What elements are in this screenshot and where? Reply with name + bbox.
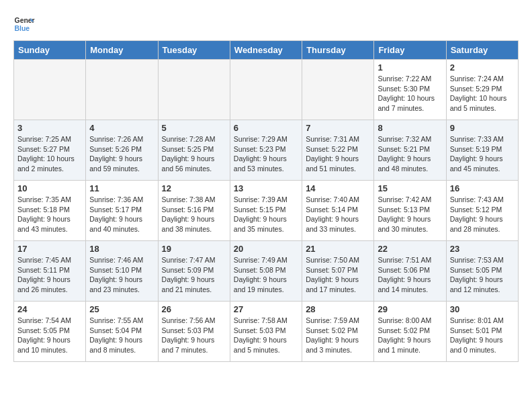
day-info: Sunrise: 7:50 AM Sunset: 5:07 PM Dayligh… xyxy=(306,255,370,295)
svg-text:Blue: Blue xyxy=(15,25,30,32)
day-number: 9 xyxy=(450,123,515,133)
day-number: 4 xyxy=(89,123,154,133)
weekday-header-thursday: Thursday xyxy=(302,41,374,60)
calendar-cell: 28Sunrise: 7:59 AM Sunset: 5:02 PM Dayli… xyxy=(302,302,374,362)
calendar-cell: 15Sunrise: 7:42 AM Sunset: 5:13 PM Dayli… xyxy=(374,181,446,241)
calendar-cell: 2Sunrise: 7:24 AM Sunset: 5:29 PM Daylig… xyxy=(446,60,518,120)
calendar-cell: 4Sunrise: 7:26 AM Sunset: 5:26 PM Daylig… xyxy=(86,120,158,181)
day-info: Sunrise: 7:58 AM Sunset: 5:03 PM Dayligh… xyxy=(234,316,298,355)
calendar-cell: 1Sunrise: 7:22 AM Sunset: 5:30 PM Daylig… xyxy=(374,60,446,120)
day-info: Sunrise: 7:32 AM Sunset: 5:21 PM Dayligh… xyxy=(378,134,442,174)
day-number: 7 xyxy=(306,123,370,133)
calendar-cell: 27Sunrise: 7:58 AM Sunset: 5:03 PM Dayli… xyxy=(230,302,302,362)
day-info: Sunrise: 7:53 AM Sunset: 5:05 PM Dayligh… xyxy=(450,255,515,295)
day-number: 3 xyxy=(17,123,82,133)
day-number: 29 xyxy=(378,304,442,314)
day-number: 2 xyxy=(450,62,515,73)
calendar-cell: 11Sunrise: 7:36 AM Sunset: 5:17 PM Dayli… xyxy=(86,181,158,241)
day-number: 13 xyxy=(234,183,298,193)
day-info: Sunrise: 7:55 AM Sunset: 5:04 PM Dayligh… xyxy=(89,316,154,355)
day-info: Sunrise: 7:40 AM Sunset: 5:14 PM Dayligh… xyxy=(306,195,370,234)
calendar-cell xyxy=(302,60,374,120)
weekday-header-row: SundayMondayTuesdayWednesdayThursdayFrid… xyxy=(14,41,519,60)
day-number: 26 xyxy=(162,304,226,314)
day-info: Sunrise: 7:22 AM Sunset: 5:30 PM Dayligh… xyxy=(378,74,442,113)
day-info: Sunrise: 7:56 AM Sunset: 5:03 PM Dayligh… xyxy=(162,316,226,355)
calendar-cell xyxy=(158,60,230,120)
day-number: 28 xyxy=(306,304,370,314)
day-number: 8 xyxy=(378,123,442,133)
day-number: 19 xyxy=(162,244,226,254)
day-number: 1 xyxy=(378,62,442,73)
calendar-cell: 19Sunrise: 7:47 AM Sunset: 5:09 PM Dayli… xyxy=(158,241,230,302)
weekday-header-tuesday: Tuesday xyxy=(158,41,230,60)
weekday-header-friday: Friday xyxy=(374,41,446,60)
header: General Blue xyxy=(13,13,519,35)
calendar-cell: 12Sunrise: 7:38 AM Sunset: 5:16 PM Dayli… xyxy=(158,181,230,241)
day-info: Sunrise: 7:24 AM Sunset: 5:29 PM Dayligh… xyxy=(450,74,515,113)
day-info: Sunrise: 7:33 AM Sunset: 5:19 PM Dayligh… xyxy=(450,134,515,174)
day-number: 12 xyxy=(162,183,226,193)
day-info: Sunrise: 7:45 AM Sunset: 5:11 PM Dayligh… xyxy=(17,255,82,295)
day-number: 17 xyxy=(17,244,82,254)
day-number: 24 xyxy=(17,304,82,314)
week-row-1: 1Sunrise: 7:22 AM Sunset: 5:30 PM Daylig… xyxy=(14,60,519,120)
calendar-cell: 3Sunrise: 7:25 AM Sunset: 5:27 PM Daylig… xyxy=(14,120,86,181)
day-number: 11 xyxy=(89,183,154,193)
day-number: 15 xyxy=(378,183,442,193)
day-info: Sunrise: 7:51 AM Sunset: 5:06 PM Dayligh… xyxy=(378,255,442,295)
day-info: Sunrise: 7:38 AM Sunset: 5:16 PM Dayligh… xyxy=(162,195,226,234)
day-info: Sunrise: 7:59 AM Sunset: 5:02 PM Dayligh… xyxy=(306,316,370,355)
weekday-header-saturday: Saturday xyxy=(446,41,518,60)
day-info: Sunrise: 7:31 AM Sunset: 5:22 PM Dayligh… xyxy=(306,134,370,174)
day-info: Sunrise: 7:39 AM Sunset: 5:15 PM Dayligh… xyxy=(234,195,298,234)
logo: General Blue xyxy=(13,13,35,35)
logo-icon: General Blue xyxy=(13,13,35,35)
calendar-cell: 14Sunrise: 7:40 AM Sunset: 5:14 PM Dayli… xyxy=(302,181,374,241)
day-number: 6 xyxy=(234,123,298,133)
weekday-header-sunday: Sunday xyxy=(14,41,86,60)
week-row-5: 24Sunrise: 7:54 AM Sunset: 5:05 PM Dayli… xyxy=(14,302,519,362)
calendar-table: SundayMondayTuesdayWednesdayThursdayFrid… xyxy=(13,40,519,362)
day-info: Sunrise: 7:35 AM Sunset: 5:18 PM Dayligh… xyxy=(17,195,82,234)
day-info: Sunrise: 7:47 AM Sunset: 5:09 PM Dayligh… xyxy=(162,255,226,295)
day-info: Sunrise: 7:43 AM Sunset: 5:12 PM Dayligh… xyxy=(450,195,515,234)
weekday-header-wednesday: Wednesday xyxy=(230,41,302,60)
calendar-cell: 10Sunrise: 7:35 AM Sunset: 5:18 PM Dayli… xyxy=(14,181,86,241)
calendar-cell xyxy=(86,60,158,120)
calendar-cell: 18Sunrise: 7:46 AM Sunset: 5:10 PM Dayli… xyxy=(86,241,158,302)
calendar-cell: 20Sunrise: 7:49 AM Sunset: 5:08 PM Dayli… xyxy=(230,241,302,302)
day-number: 30 xyxy=(450,304,515,314)
calendar-cell: 24Sunrise: 7:54 AM Sunset: 5:05 PM Dayli… xyxy=(14,302,86,362)
weekday-header-monday: Monday xyxy=(86,41,158,60)
calendar-cell: 21Sunrise: 7:50 AM Sunset: 5:07 PM Dayli… xyxy=(302,241,374,302)
day-number: 16 xyxy=(450,183,515,193)
day-info: Sunrise: 7:49 AM Sunset: 5:08 PM Dayligh… xyxy=(234,255,298,295)
calendar-cell: 22Sunrise: 7:51 AM Sunset: 5:06 PM Dayli… xyxy=(374,241,446,302)
calendar-cell xyxy=(14,60,86,120)
day-number: 10 xyxy=(17,183,82,193)
calendar-cell: 29Sunrise: 8:00 AM Sunset: 5:02 PM Dayli… xyxy=(374,302,446,362)
day-info: Sunrise: 7:42 AM Sunset: 5:13 PM Dayligh… xyxy=(378,195,442,234)
day-info: Sunrise: 7:54 AM Sunset: 5:05 PM Dayligh… xyxy=(17,316,82,355)
day-info: Sunrise: 8:01 AM Sunset: 5:01 PM Dayligh… xyxy=(450,316,515,355)
day-number: 22 xyxy=(378,244,442,254)
day-number: 20 xyxy=(234,244,298,254)
day-number: 25 xyxy=(89,304,154,314)
day-number: 14 xyxy=(306,183,370,193)
week-row-3: 10Sunrise: 7:35 AM Sunset: 5:18 PM Dayli… xyxy=(14,181,519,241)
day-info: Sunrise: 7:26 AM Sunset: 5:26 PM Dayligh… xyxy=(89,134,154,174)
calendar-cell xyxy=(230,60,302,120)
calendar-cell: 13Sunrise: 7:39 AM Sunset: 5:15 PM Dayli… xyxy=(230,181,302,241)
day-number: 5 xyxy=(162,123,226,133)
day-number: 18 xyxy=(89,244,154,254)
day-number: 21 xyxy=(306,244,370,254)
calendar-cell: 5Sunrise: 7:28 AM Sunset: 5:25 PM Daylig… xyxy=(158,120,230,181)
day-number: 27 xyxy=(234,304,298,314)
day-info: Sunrise: 7:25 AM Sunset: 5:27 PM Dayligh… xyxy=(17,134,82,174)
calendar-cell: 30Sunrise: 8:01 AM Sunset: 5:01 PM Dayli… xyxy=(446,302,518,362)
day-info: Sunrise: 7:46 AM Sunset: 5:10 PM Dayligh… xyxy=(89,255,154,295)
calendar-cell: 25Sunrise: 7:55 AM Sunset: 5:04 PM Dayli… xyxy=(86,302,158,362)
day-number: 23 xyxy=(450,244,515,254)
calendar-cell: 9Sunrise: 7:33 AM Sunset: 5:19 PM Daylig… xyxy=(446,120,518,181)
